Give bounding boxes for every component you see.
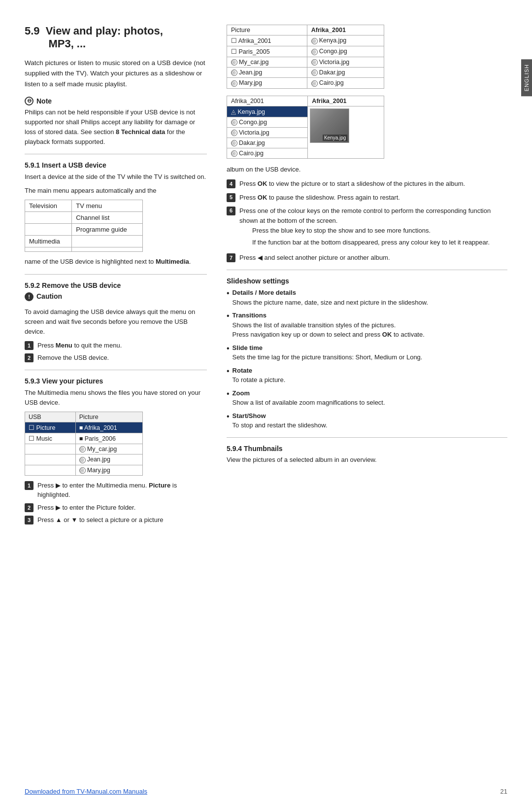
menu-table: Television TV menu Channel list Programm… xyxy=(25,200,143,252)
thumbnails-section: 5.9.4 Thumbnails View the pictures of a … xyxy=(227,445,507,465)
s593-step-3-text: Press ▲ or ▼ to select a picture or a pi… xyxy=(37,515,164,525)
file-table2-wrapper: Afrika_2001 Afrika_2001 ◬ Kenya.jpg Keny… xyxy=(227,96,507,159)
caution-label: Caution xyxy=(36,292,62,300)
slideshow-item-transitions: Transitions Shows the list of available … xyxy=(227,311,507,340)
step-2-text: Remove the USB device. xyxy=(37,353,109,363)
s593-step-3: 3 Press ▲ or ▼ to select a picture or a … xyxy=(25,515,207,525)
thumbnails-title: 5.9.4 Thumbnails xyxy=(227,445,507,453)
footer-page-number: 21 xyxy=(500,788,507,795)
note-label: ⊖ Note xyxy=(25,97,207,105)
s592-title: 5.9.2 Remove the USB device xyxy=(25,281,207,289)
slideshow-item-startshow-content: Start/Show To stop and restart the slide… xyxy=(233,411,328,430)
right-column: Picture Afrika_2001 ☐ Afrika_2001 Kenya.… xyxy=(222,25,507,529)
section-593: 5.9.3 View your pictures The Multimedia … xyxy=(25,377,207,525)
right-step-5: 5 Press OK to pause the slideshow. Press… xyxy=(227,193,507,203)
step-num-5: 5 xyxy=(227,193,235,202)
thumbnails-text: View the pictures of a selected album in… xyxy=(227,455,507,465)
step-6-extra1: Press the blue key to stop the show and … xyxy=(252,226,507,236)
s591-text1: Insert a device at the side of the TV wh… xyxy=(25,172,207,182)
s593-steps: 1 Press ▶ to enter the Multimedia menu. … xyxy=(25,481,207,525)
step-num-1: 1 xyxy=(25,341,33,350)
step-6-text: Press one of the colour keys on the remo… xyxy=(239,207,491,224)
s593-step-num-1: 1 xyxy=(25,481,33,490)
right-step-7: 7 Press ◀ and select another picture or … xyxy=(227,253,507,263)
slideshow-item-slidetime-content: Slide time Sets the time lag for the pic… xyxy=(233,343,423,362)
s593-step-1: 1 Press ▶ to enter the Multimedia menu. … xyxy=(25,481,207,500)
s593-step-num-3: 3 xyxy=(25,516,33,524)
slideshow-item-startshow: Start/Show To stop and restart the slide… xyxy=(227,411,507,430)
s591-title: 5.9.1 Insert a USB device xyxy=(25,161,207,169)
slideshow-item-details: Details / More details Shows the picture… xyxy=(227,288,507,307)
footer: Downloaded from TV-Manual.com Manuals 21 xyxy=(0,788,532,795)
note-icon: ⊖ xyxy=(25,97,33,105)
right-step-4: 4 Press OK to view the picture or to sta… xyxy=(227,179,507,189)
step-6-extra2: If the function bar at the bottom disapp… xyxy=(252,238,507,247)
slideshow-title: Slideshow settings xyxy=(227,277,507,285)
file-table1-wrapper: Picture Afrika_2001 ☐ Afrika_2001 Kenya.… xyxy=(227,25,507,89)
section-title: 5.9 View and play: photos, MP3, ... xyxy=(25,25,207,51)
step-6-content: Press one of the colour keys on the remo… xyxy=(239,206,507,250)
slideshow-section: Slideshow settings Details / More detail… xyxy=(227,277,507,430)
s592-text: To avoid damaging the USB device always … xyxy=(25,307,207,337)
slideshow-item-zoom: Zoom Show a list of available zoom magni… xyxy=(227,388,507,408)
step-1: 1 Press Menu to quit the menu. xyxy=(25,341,207,350)
section-591: 5.9.1 Insert a USB device Insert a devic… xyxy=(25,161,207,267)
step-5-text: Press OK to pause the slideshow. Press a… xyxy=(239,193,400,203)
s593-step-num-2: 2 xyxy=(25,503,33,512)
intro-text: Watch pictures or listen to music stored… xyxy=(25,58,207,90)
caution-icon: ! xyxy=(25,292,33,301)
s591-text3: name of the USB device is highlighted ne… xyxy=(25,257,207,267)
divider3 xyxy=(25,370,207,370)
step-num-2: 2 xyxy=(25,353,33,362)
main-content: 5.9 View and play: photos, MP3, ... Watc… xyxy=(0,15,532,539)
s593-text: The Multimedia menu shows the files you … xyxy=(25,388,207,408)
footer-link[interactable]: Downloaded from TV-Manual.com Manuals xyxy=(25,788,147,795)
note-box: ⊖ Note Philips can not be held responsib… xyxy=(25,97,207,147)
right-divider1 xyxy=(227,270,507,270)
step-num-4: 4 xyxy=(227,179,235,188)
left-column: 5.9 View and play: photos, MP3, ... Watc… xyxy=(25,25,207,529)
slideshow-item-zoom-content: Zoom Show a list of available zoom magni… xyxy=(233,388,385,408)
s592-steps: 1 Press Menu to quit the menu. 2 Remove … xyxy=(25,341,207,363)
right-divider2 xyxy=(227,437,507,438)
slideshow-list: Details / More details Shows the picture… xyxy=(227,288,507,430)
s591-text2: The main menu appears automatically and … xyxy=(25,186,207,196)
file-table2: Afrika_2001 Afrika_2001 ◬ Kenya.jpg Keny… xyxy=(227,96,384,159)
divider1 xyxy=(25,154,207,154)
right-steps: 4 Press OK to view the picture or to sta… xyxy=(227,179,507,263)
slideshow-item-details-content: Details / More details Shows the picture… xyxy=(233,288,428,307)
s593-step-1-text: Press ▶ to enter the Multimedia menu. Pi… xyxy=(37,481,207,500)
section-592: 5.9.2 Remove the USB device ! Caution To… xyxy=(25,281,207,363)
file-table1: Picture Afrika_2001 ☐ Afrika_2001 Kenya.… xyxy=(227,25,384,89)
slideshow-item-slidetime: Slide time Sets the time lag for the pic… xyxy=(227,343,507,362)
divider2 xyxy=(25,274,207,275)
right-step-6: 6 Press one of the colour keys on the re… xyxy=(227,206,507,250)
slideshow-item-rotate: Rotate To rotate a picture. xyxy=(227,366,507,385)
caution-box: ! Caution xyxy=(25,292,207,303)
page-container: ENGLISH 5.9 View and play: photos, MP3, … xyxy=(0,0,532,802)
step-num-7: 7 xyxy=(227,253,235,262)
step-1-text: Press Menu to quit the menu. xyxy=(37,341,122,350)
step-7-text: Press ◀ and select another picture or an… xyxy=(239,253,390,263)
s593-step-2-text: Press ▶ to enter the Picture folder. xyxy=(37,503,135,513)
note-text: Philips can not be held responsible if y… xyxy=(25,107,207,147)
step-num-6: 6 xyxy=(227,207,235,215)
kenya-preview: Kenya.jpg xyxy=(310,108,349,143)
slideshow-item-transitions-content: Transitions Shows the list of available … xyxy=(233,311,425,340)
sidebar-english-tab: ENGLISH xyxy=(521,59,532,96)
album-text: album on the USB device. xyxy=(227,166,507,173)
picture-table: USB Picture ☐ Picture ■ Afrika_2001 ☐ Mu… xyxy=(25,412,143,476)
step-4-text: Press OK to view the picture or to start… xyxy=(239,179,465,189)
slideshow-item-rotate-content: Rotate To rotate a picture. xyxy=(233,366,286,385)
s593-title: 5.9.3 View your pictures xyxy=(25,377,207,385)
s593-step-2: 2 Press ▶ to enter the Picture folder. xyxy=(25,503,207,513)
step-2: 2 Remove the USB device. xyxy=(25,353,207,363)
